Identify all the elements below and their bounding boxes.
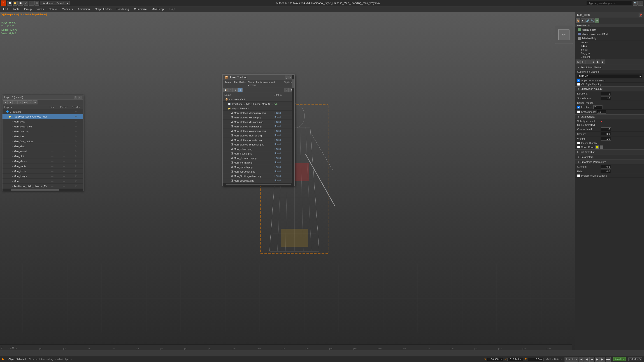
asset-row[interactable]: 🖼 Man_opacity.png Found: [222, 165, 294, 169]
prev-frame-btn[interactable]: |◀: [578, 357, 584, 362]
asset-row[interactable]: 📁 Maps / Shaders: [222, 106, 294, 111]
menu-create[interactable]: Create: [46, 7, 59, 11]
layer-item[interactable]: ○ Man_tongue — — 👁: [2, 174, 83, 179]
asset-row[interactable]: 🖼 Man_specular.png Found: [222, 178, 294, 183]
sub-element[interactable]: Element: [576, 55, 644, 59]
timeline-ticks[interactable]: 0102030405060708090100110120130140150160…: [15, 345, 571, 350]
asset-row[interactable]: 🖼 Man_clothes_glossiness.png Found: [222, 129, 294, 133]
control-level-input[interactable]: [601, 127, 611, 131]
layer-item[interactable]: ○ Man_eyes_shell — — 👁: [2, 124, 83, 129]
timeline-tick[interactable]: 10: [39, 348, 64, 350]
layer-item[interactable]: ○ Man_Jaw_bottom — — 👁: [2, 139, 83, 144]
menu-rendering[interactable]: Rendering: [114, 7, 131, 11]
next-key-btn[interactable]: ▶: [595, 357, 600, 362]
selection-mode-dropdown[interactable]: Selected: [628, 358, 642, 361]
save-button[interactable]: 💾: [18, 1, 23, 6]
timeline-tick[interactable]: 140: [354, 348, 378, 350]
sub-border[interactable]: Border: [576, 48, 644, 51]
button-2[interactable]: ▌: [581, 59, 586, 64]
timeline-tick[interactable]: 180: [450, 348, 474, 350]
smoothness-spinner[interactable]: [601, 96, 611, 100]
asset-row[interactable]: 🖼 Man_normal.png Found: [222, 160, 294, 165]
menu-modifiers[interactable]: Modifiers: [60, 7, 75, 11]
button-3[interactable]: ·: [586, 59, 590, 64]
isoline-checkbox[interactable]: [577, 142, 580, 144]
crease-input[interactable]: [601, 132, 611, 136]
timeline-tick[interactable]: 50: [136, 348, 160, 350]
menu-animation[interactable]: Animation: [76, 7, 92, 11]
asset-row[interactable]: 🖼 Man_clothes_fresnel.png Found: [222, 124, 294, 129]
timeline-tick[interactable]: 90: [233, 348, 257, 350]
iterations-input[interactable]: [601, 92, 611, 95]
pin-icon[interactable]: 📌: [638, 13, 642, 17]
asset-row[interactable]: 📦 Autodesk Vault: [222, 97, 294, 102]
render-iterations-input[interactable]: [594, 105, 602, 109]
modify-icon[interactable]: M: [595, 18, 599, 23]
layer-item[interactable]: ○ Man_pants — — 👁: [2, 164, 83, 169]
asset-row[interactable]: 🖼 Man_glossiness.png Found: [222, 156, 294, 160]
timeline-tick[interactable]: 120: [305, 348, 329, 350]
timeline-tick[interactable]: 210: [522, 348, 547, 350]
sub-polygon[interactable]: Polygon: [576, 51, 644, 55]
cage-color-swatch2[interactable]: [600, 145, 603, 149]
last-frame-btn[interactable]: ▶▶: [606, 357, 610, 362]
asset-row[interactable]: 🖼 Man_clothes_normal.png Found: [222, 133, 294, 138]
crease-spinner[interactable]: [601, 132, 611, 136]
undo-button[interactable]: ↩: [24, 1, 28, 6]
cage-color-swatch[interactable]: [596, 145, 599, 149]
sub-vertex[interactable]: Vertex: [576, 41, 644, 44]
motion-icon[interactable]: ▶: [580, 18, 585, 23]
layer-new-icon[interactable]: □: [13, 100, 18, 104]
layer-item[interactable]: ○ Man_hair — — 👁: [2, 134, 83, 139]
render-smoothness-checkbox[interactable]: [577, 110, 580, 113]
timeline-tick[interactable]: 160: [402, 348, 426, 350]
layer-scrollbar-h[interactable]: [2, 189, 83, 191]
menu-tools[interactable]: Tools: [10, 7, 22, 11]
timeline-tick[interactable]: 170: [426, 348, 450, 350]
layer-item[interactable]: ○ Man_Jaw_top — — 👁: [2, 129, 83, 134]
modifier-vray[interactable]: VRayDisplacementMod: [576, 32, 644, 36]
button-5[interactable]: ▶: [596, 59, 600, 64]
smoothness-input[interactable]: [601, 96, 611, 100]
layer-item[interactable]: ○ Man_sword — — 👁: [2, 149, 83, 154]
asset-row[interactable]: 🖼 Man_fresnel.png Found: [222, 151, 294, 156]
menu-edit[interactable]: Edit: [1, 7, 10, 11]
project-checkbox[interactable]: [577, 174, 580, 177]
asset-row[interactable]: 🖼 Man_clothes_opacity.png Found: [222, 138, 294, 142]
layer-find-icon[interactable]: ↑: [28, 100, 32, 104]
navigation-cube[interactable]: TOP: [555, 26, 573, 44]
apply-whole-mesh-checkbox[interactable]: [577, 79, 580, 82]
search-input[interactable]: [587, 1, 632, 5]
menu-customize[interactable]: Customize: [132, 7, 149, 11]
open-button[interactable]: 📂: [13, 1, 18, 6]
timeline-tick[interactable]: 150: [378, 348, 402, 350]
layer-select-icon[interactable]: ↓: [18, 100, 22, 104]
layer-item[interactable]: ○ Man_shoes — — 👁: [2, 159, 83, 164]
search-icon[interactable]: 🔍: [633, 1, 638, 6]
layer-item[interactable]: ○ Man_cloth — — 👁: [2, 154, 83, 159]
layer-add-sel-icon[interactable]: +□: [23, 100, 28, 104]
timeline-tick[interactable]: 130: [329, 348, 354, 350]
at-help-icon[interactable]: ?: [284, 88, 289, 92]
button-1[interactable]: |◀: [576, 59, 580, 64]
menu-help[interactable]: Help: [167, 7, 178, 11]
button-6[interactable]: ▶|: [601, 59, 606, 64]
asset-row[interactable]: 🖼 Man_clothes_reflection.png Found: [222, 142, 294, 147]
layer-item[interactable]: ○ Traditional_Style_Chinese_Man_Standing…: [2, 184, 83, 189]
layer-panel-close[interactable]: ✕: [78, 96, 82, 99]
asset-row[interactable]: 🖼 Man_clothes_displace.png Found: [222, 120, 294, 124]
relax-input[interactable]: [601, 170, 611, 173]
modifier-meshsmooth[interactable]: MeshSmooth: [576, 28, 644, 32]
layer-item[interactable]: 📁 Traditional_Style_Chinese_Man_Standing…: [2, 114, 83, 119]
timeline-tick[interactable]: 110: [281, 348, 305, 350]
timeline-tick[interactable]: 40: [112, 348, 136, 350]
menu-views[interactable]: Views: [34, 7, 46, 11]
asset-scrollbar[interactable]: [222, 183, 294, 186]
prev-key-btn[interactable]: ◀: [584, 357, 589, 362]
display-icon[interactable]: 🎨: [576, 18, 580, 23]
render-iterations-checkbox[interactable]: [577, 106, 580, 108]
menu-group[interactable]: Group: [22, 7, 34, 11]
layer-item[interactable]: 🔷 0 (default) — — 👁: [2, 109, 83, 114]
timeline-tick[interactable]: 80: [208, 348, 233, 350]
layer-item[interactable]: ○ Man — — 👁: [2, 179, 83, 184]
